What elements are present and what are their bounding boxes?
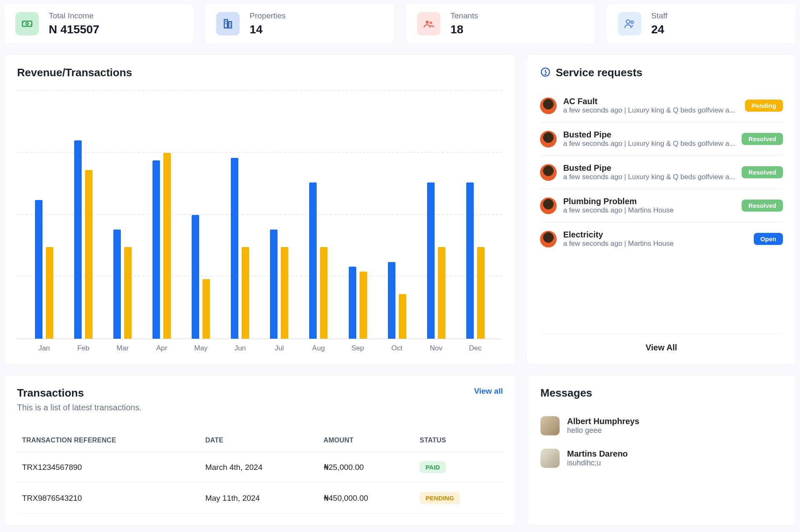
service-request-meta: a few seconds ago | Martins House	[563, 240, 747, 248]
avatar	[540, 97, 557, 114]
tx-date: March 4th, 2024	[200, 452, 319, 483]
service-request-meta: a few seconds ago | Luxury king & Q beds…	[563, 140, 735, 148]
stat-card[interactable]: Staff24	[606, 3, 797, 44]
transactions-card: Transactions This is a list of latest tr…	[3, 375, 517, 526]
service-request-item[interactable]: Busted Pipea few seconds ago | Luxury ki…	[540, 156, 783, 189]
status-badge: Resolved	[742, 166, 783, 178]
bar[interactable]	[152, 160, 160, 339]
bar[interactable]	[113, 230, 121, 339]
svg-point-1	[26, 22, 28, 25]
bar[interactable]	[438, 247, 445, 339]
stat-value: 14	[250, 23, 286, 36]
bar[interactable]	[202, 279, 210, 339]
tx-ref: TRX9876543210	[17, 483, 200, 514]
x-axis-label: Jun	[220, 344, 260, 352]
revenue-chart-card: Revenue/Transactions JanFebMarAprMayJunJ…	[3, 54, 516, 365]
bar-group	[220, 91, 260, 339]
status-badge: Resolved	[742, 133, 783, 145]
bar-group	[378, 91, 417, 339]
chart-area: JanFebMarAprMayJunJulAugSepOctNovDec	[17, 91, 502, 352]
tx-amount: ₦25,000.00	[319, 452, 415, 483]
transactions-view-all[interactable]: View all	[474, 387, 503, 396]
transactions-table: TRANSACTION REFERENCEDATEAMOUNTSTATUS TR…	[17, 429, 503, 514]
chart-title: Revenue/Transactions	[17, 66, 502, 79]
table-row[interactable]: TRX9876543210May 11th, 2024₦450,000.00PE…	[17, 483, 503, 514]
service-request-title: Plumbing Problem	[563, 197, 735, 206]
transactions-subtitle: This is a list of latest transactions.	[17, 403, 142, 412]
bar[interactable]	[309, 182, 317, 339]
bar[interactable]	[85, 170, 92, 339]
messages-card: Messages Albert Humphreyshello geeeMarti…	[527, 375, 797, 526]
service-request-item[interactable]: AC Faulta few seconds ago | Luxury king …	[540, 89, 783, 122]
bar[interactable]	[399, 294, 406, 339]
service-request-item[interactable]: Busted Pipea few seconds ago | Luxury ki…	[540, 122, 783, 156]
service-requests-view-all[interactable]: View All	[540, 333, 783, 352]
service-request-item[interactable]: Plumbing Problema few seconds ago | Mart…	[540, 189, 783, 222]
table-header: AMOUNT	[319, 429, 415, 452]
avatar	[540, 231, 557, 247]
group-icon	[417, 12, 440, 35]
bar[interactable]	[35, 200, 42, 339]
bar[interactable]	[281, 247, 288, 339]
bar-group	[64, 91, 103, 339]
bar[interactable]	[74, 140, 82, 339]
stat-value: N 415507	[49, 23, 99, 36]
service-requests-title: Service requests	[556, 66, 642, 79]
bar[interactable]	[231, 158, 238, 339]
avatar	[540, 164, 557, 181]
message-item[interactable]: Albert Humphreyshello geee	[540, 410, 783, 442]
x-axis-label: Nov	[417, 344, 456, 352]
tx-status: PENDING	[415, 483, 503, 514]
bar-group	[456, 91, 495, 339]
bar[interactable]	[427, 182, 435, 339]
bar[interactable]	[242, 247, 249, 339]
svg-point-7	[631, 21, 633, 23]
svg-rect-3	[228, 22, 232, 28]
message-preview: isuhdihc;u	[567, 459, 628, 467]
bar[interactable]	[270, 230, 278, 339]
bar[interactable]	[477, 247, 485, 339]
avatar	[540, 449, 560, 468]
table-row[interactable]: TRX1234567890March 4th, 2024₦25,000.00PA…	[17, 452, 503, 483]
message-sender: Albert Humphreys	[567, 417, 639, 426]
message-sender: Martins Dareno	[567, 449, 628, 459]
x-axis-label: Dec	[456, 344, 495, 352]
transactions-title: Transactions	[17, 387, 142, 400]
tx-date: May 11th, 2024	[200, 483, 319, 514]
building-icon	[216, 12, 240, 35]
svg-point-6	[626, 20, 630, 24]
bar[interactable]	[349, 267, 356, 339]
table-header: DATE	[200, 429, 319, 452]
avatar	[540, 416, 560, 435]
bar[interactable]	[466, 182, 474, 339]
bar[interactable]	[360, 272, 367, 339]
stat-label: Staff	[651, 11, 668, 20]
bar[interactable]	[192, 215, 199, 339]
bar[interactable]	[388, 262, 395, 339]
bar-group	[142, 91, 181, 339]
x-axis-label: Apr	[142, 344, 181, 352]
stat-card[interactable]: Total IncomeN 415507	[3, 3, 194, 44]
stat-card[interactable]: Tenants18	[405, 3, 596, 44]
message-item[interactable]: Martins Darenoisuhdihc;u	[540, 442, 783, 475]
bar-group	[299, 91, 338, 339]
svg-point-4	[426, 21, 429, 24]
bar-group	[338, 91, 378, 339]
bar-group	[260, 91, 299, 339]
message-preview: hello geee	[567, 426, 639, 435]
service-request-item[interactable]: Electricitya few seconds ago | Martins H…	[540, 222, 783, 255]
stat-label: Tenants	[450, 11, 478, 20]
service-request-title: Electricity	[563, 230, 747, 240]
x-axis-label: Jul	[260, 344, 299, 352]
avatar	[540, 131, 557, 147]
table-header: STATUS	[415, 429, 503, 452]
table-header: TRANSACTION REFERENCE	[17, 429, 200, 452]
x-axis-label: Mar	[103, 344, 142, 352]
bar[interactable]	[46, 247, 53, 339]
stat-card[interactable]: Properties14	[204, 3, 395, 44]
bar[interactable]	[124, 247, 132, 339]
bar[interactable]	[320, 247, 328, 339]
stat-value: 18	[450, 23, 478, 36]
bar-group	[103, 91, 142, 339]
bar[interactable]	[163, 153, 171, 339]
